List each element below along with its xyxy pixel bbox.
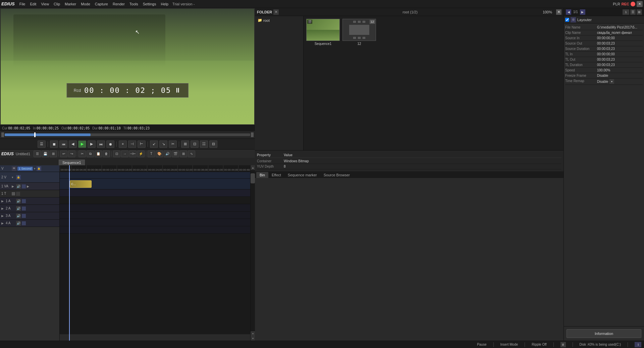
information-button[interactable]: Information	[567, 329, 641, 338]
menu-help[interactable]: Help	[159, 1, 170, 7]
transport-record[interactable]: ⏺	[106, 140, 114, 148]
tl-btn-mode[interactable]: ☰	[34, 151, 41, 157]
track-content-3a[interactable]	[60, 219, 250, 226]
tl-btn-arrow[interactable]: →	[121, 151, 128, 157]
track-2v-expand[interactable]: ▾	[12, 176, 15, 179]
track-4a-lock[interactable]	[22, 221, 26, 225]
transport-next-fast[interactable]: ⏭	[97, 140, 105, 148]
transport-out-mark[interactable]: ⊢	[138, 140, 146, 148]
transport-overwrite[interactable]: ↘	[159, 140, 167, 148]
info-list-icon[interactable]: ☰	[630, 9, 636, 15]
close-button[interactable]: ✕	[637, 1, 643, 7]
menu-settings[interactable]: Settings	[141, 1, 158, 7]
menu-tools[interactable]: Tools	[127, 1, 140, 7]
timeline-vscroll[interactable]: ▲ ▾ ▾	[250, 165, 255, 341]
track-1a-arrow[interactable]: ▶	[1, 199, 5, 203]
scrubber-track[interactable]	[5, 133, 250, 136]
tl-btn-split2[interactable]: ⚡	[137, 151, 145, 157]
tl-btn-cut[interactable]: ✂	[78, 151, 86, 157]
tl-btn-trim[interactable]: ⊣⊢	[129, 151, 137, 157]
track-3a-mute[interactable]: 🔊	[16, 214, 21, 218]
timeremap-dropdown[interactable]: ▾	[609, 79, 614, 84]
tl-btn-paste[interactable]: 📋	[95, 151, 102, 157]
bin-tab-effect[interactable]: Effect	[268, 172, 284, 178]
track-content-4a[interactable]	[60, 226, 250, 234]
track-content-v[interactable]	[60, 172, 250, 179]
track-v-arrow-down[interactable]: ▾	[34, 167, 36, 170]
tl-btn-redo[interactable]: ↪	[68, 151, 75, 157]
track-1t-lock[interactable]	[12, 192, 15, 195]
tl-btn-save[interactable]: 💾	[42, 151, 49, 157]
track-content-2v[interactable]: C...	[60, 179, 250, 189]
tl-btn-copy[interactable]: ⧉	[87, 151, 94, 157]
track-3a-arrow[interactable]: ▶	[1, 214, 5, 218]
scrubber-thumb[interactable]	[34, 132, 36, 137]
tl-btn-video[interactable]: 🎬	[172, 151, 179, 157]
track-v-select[interactable]: 1 Second	[17, 167, 33, 171]
transport-stop[interactable]: ⏹	[50, 140, 58, 148]
track-1a-mute[interactable]: 🔊	[16, 199, 21, 204]
menu-view[interactable]: View	[39, 1, 51, 7]
tl-btn-delete[interactable]: 🗑	[103, 151, 110, 157]
transport-insert[interactable]: ↙	[150, 140, 158, 148]
tl-btn-grid[interactable]: ⊞	[180, 151, 187, 157]
track-4a-arrow[interactable]: ▶	[1, 222, 5, 225]
menu-mode[interactable]: Mode	[79, 1, 92, 7]
track-2a-lock[interactable]	[22, 207, 26, 211]
track-1a-lock[interactable]	[22, 199, 26, 203]
transport-extra1[interactable]: ⊞	[181, 140, 189, 148]
info-nav-right[interactable]: ▶	[580, 9, 585, 15]
bin-item-12[interactable]: 12	[342, 19, 376, 46]
tl-btn-audio[interactable]: 🔊	[164, 151, 171, 157]
vscroll-down-bot[interactable]: ▾	[251, 336, 255, 341]
vscroll-thumb[interactable]	[251, 173, 255, 183]
track-2v-lock[interactable]: 🔒	[16, 175, 21, 180]
track-v-eye[interactable]: 👁	[12, 166, 16, 171]
transport-in-mark[interactable]: ⊣	[128, 140, 136, 148]
menu-marker[interactable]: Marker	[63, 1, 78, 7]
track-1va-lock[interactable]	[22, 184, 26, 188]
timeline-ruler[interactable]: 00:00:00 00:00:04;00 00:00:08;00 00:00:1…	[60, 165, 250, 172]
tl-btn-color[interactable]: 🎨	[156, 151, 163, 157]
track-content-2a[interactable]	[60, 212, 250, 219]
layouter-checkbox[interactable]	[565, 18, 569, 22]
track-4a-mute[interactable]: 🔊	[16, 221, 21, 226]
tl-btn-undo[interactable]: ↩	[60, 151, 67, 157]
track-content-1t[interactable]	[60, 197, 250, 204]
transport-extra2[interactable]: ⊡	[191, 140, 199, 148]
vscroll-up[interactable]: ▲	[251, 165, 255, 170]
bin-folder-close[interactable]: ✕	[273, 9, 279, 15]
bin-tab-sequence-marker[interactable]: Sequence marker	[284, 172, 320, 178]
transport-prev-fast[interactable]: ⏮	[59, 140, 67, 148]
bin-item-sequence1[interactable]: 🎬 Sequence1	[306, 19, 340, 46]
menu-clip[interactable]: Clip	[52, 1, 62, 7]
vscroll-down-top[interactable]: ▾	[251, 331, 255, 336]
transport-split[interactable]: ✂	[169, 140, 177, 148]
transport-extra3[interactable]: ☷	[200, 140, 208, 148]
info-page-icon[interactable]: 1	[623, 9, 629, 15]
vscroll-track[interactable]	[251, 170, 255, 331]
status-info-btn[interactable]: ℹ	[635, 342, 641, 347]
track-1va-expand1[interactable]: ▶	[12, 185, 15, 188]
bin-tab-source-browser[interactable]: Source Browser	[320, 172, 353, 178]
scrubber-bar[interactable]	[0, 131, 255, 138]
bin-panel-close[interactable]: ✕	[556, 9, 561, 15]
transport-inout[interactable]: ⌖	[119, 140, 127, 148]
tl-btn-select-all[interactable]: ⊡	[113, 151, 120, 157]
bin-tab-bin[interactable]: Bin	[256, 172, 268, 178]
menu-file[interactable]: File	[17, 1, 28, 7]
track-1t-mute[interactable]	[16, 192, 20, 196]
transport-extra4[interactable]: ⊟	[209, 140, 217, 148]
transport-next[interactable]: ▶	[88, 140, 96, 148]
track-1va-expand2[interactable]: ▶	[27, 185, 30, 188]
tl-btn-text[interactable]: T	[148, 151, 155, 157]
tl-btn-waveform[interactable]: ∿	[188, 151, 195, 157]
sequence-tab[interactable]: Sequence1	[59, 160, 85, 165]
track-2a-arrow[interactable]: ▶	[1, 207, 5, 210]
folder-item-root[interactable]: 📁 root	[256, 17, 302, 23]
track-2a-mute[interactable]: 🔊	[16, 206, 21, 211]
transport-play[interactable]: ▶	[78, 140, 86, 148]
menu-edit[interactable]: Edit	[28, 1, 38, 7]
track-3a-lock[interactable]	[22, 214, 26, 218]
track-content-1va[interactable]	[60, 189, 250, 197]
